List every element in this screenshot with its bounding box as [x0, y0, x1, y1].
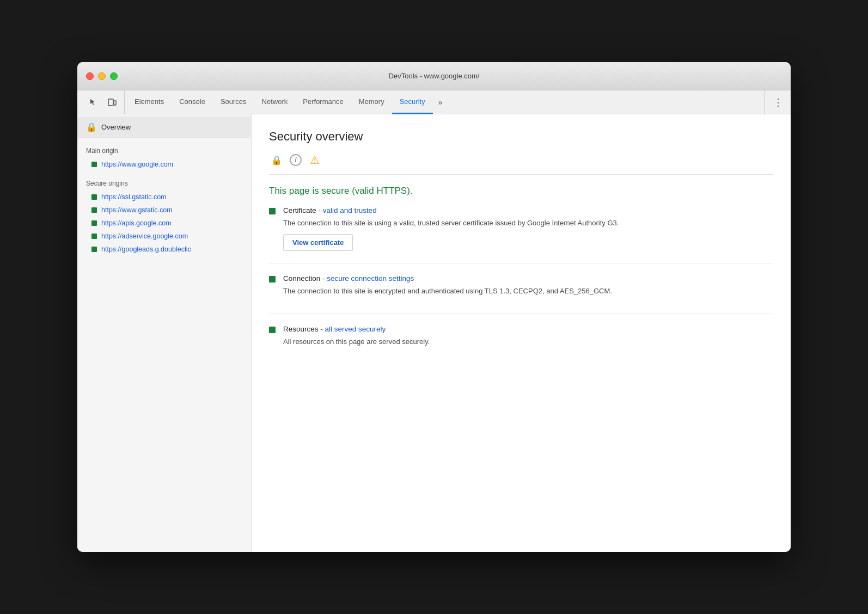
resources-description: All resources on this page are served se…: [283, 336, 773, 347]
certificate-body: Certificate - valid and trusted The conn…: [283, 206, 773, 251]
secure-origin-link-3[interactable]: https://adservice.google.com: [101, 232, 188, 240]
main-origin-scheme: https://: [101, 161, 122, 168]
view-certificate-button[interactable]: View certificate: [283, 234, 353, 251]
resources-title: Resources - all served securely: [283, 325, 773, 333]
connection-title: Connection - secure connection settings: [283, 274, 773, 283]
secure-origin-2[interactable]: https://apis.google.com: [77, 217, 251, 230]
more-tabs-button[interactable]: »: [433, 90, 448, 114]
connection-status-link[interactable]: secure connection settings: [327, 274, 414, 283]
sidebar: 🔒 Overview Main origin https://www.googl…: [77, 114, 252, 552]
info-filter-button[interactable]: i: [290, 154, 302, 166]
connection-body: Connection - secure connection settings …: [283, 274, 773, 302]
secure-origin-3[interactable]: https://adservice.google.com: [77, 230, 251, 243]
toolbar-end: ⋮: [764, 90, 791, 114]
close-button[interactable]: [86, 72, 94, 80]
certificate-indicator: [269, 208, 276, 214]
tab-security[interactable]: Security: [392, 90, 433, 114]
resources-indicator: [269, 327, 276, 333]
certificate-item: Certificate - valid and trusted The conn…: [269, 206, 773, 251]
connection-item: Connection - secure connection settings …: [269, 274, 773, 302]
secure-origin-4[interactable]: https://googleads.g.doubleclic: [77, 243, 251, 256]
minimize-button[interactable]: [98, 72, 106, 80]
toolbar-icons: [82, 90, 125, 114]
toolbar: Elements Console Sources Network Perform…: [77, 90, 791, 114]
secure-origins-title: Secure origins: [77, 171, 251, 191]
window-title: DevTools - www.google.com/: [389, 72, 480, 80]
main-area: 🔒 Overview Main origin https://www.googl…: [77, 114, 791, 552]
main-origin-title: Main origin: [77, 138, 251, 158]
sidebar-lock-icon: 🔒: [86, 122, 97, 132]
tab-list: Elements Console Sources Network Perform…: [127, 90, 448, 114]
section-divider-2: [269, 314, 773, 314]
connection-indicator: [269, 276, 276, 283]
certificate-title: Certificate - valid and trusted: [283, 206, 773, 214]
secure-headline: This page is secure (valid HTTPS).: [269, 186, 773, 197]
section-divider-1: [269, 263, 773, 263]
secure-origin-link-0[interactable]: https://ssl.gstatic.com: [101, 193, 167, 201]
secure-origin-0[interactable]: https://ssl.gstatic.com: [77, 191, 251, 204]
devtools-window: DevTools - www.google.com/ Elements Cons…: [77, 62, 791, 552]
icon-bar: 🔒 i ⚠: [269, 152, 773, 175]
content-panel: Security overview 🔒 i ⚠ This page is sec…: [252, 114, 791, 552]
lock-filter-button[interactable]: 🔒: [269, 152, 284, 168]
secure-origin-link-1[interactable]: https://www.gstatic.com: [101, 206, 173, 214]
resources-status-link[interactable]: all served securely: [325, 325, 386, 333]
origin-indicator-0: [91, 194, 97, 200]
secure-origin-link-4[interactable]: https://googleads.g.doubleclic: [101, 245, 191, 253]
origin-indicator-3: [91, 234, 97, 239]
origin-indicator-1: [91, 207, 97, 213]
cursor-icon-button[interactable]: [86, 95, 101, 110]
traffic-lights: [86, 72, 118, 80]
tab-memory[interactable]: Memory: [351, 90, 392, 114]
certificate-description: The connection to this site is using a v…: [283, 218, 773, 229]
sidebar-overview-label: Overview: [101, 123, 131, 131]
tab-sources[interactable]: Sources: [213, 90, 254, 114]
secure-origin-link-2[interactable]: https://apis.google.com: [101, 219, 172, 227]
security-overview-title: Security overview: [269, 130, 773, 144]
resources-item: Resources - all served securely All reso…: [269, 325, 773, 353]
secure-origin-1[interactable]: https://www.gstatic.com: [77, 204, 251, 217]
resources-body: Resources - all served securely All reso…: [283, 325, 773, 353]
tab-elements[interactable]: Elements: [127, 90, 172, 114]
origin-indicator-4: [91, 247, 97, 252]
svg-rect-0: [108, 99, 113, 106]
certificate-status-link[interactable]: valid and trusted: [323, 206, 377, 214]
warning-filter-button[interactable]: ⚠: [307, 152, 322, 168]
svg-rect-1: [114, 101, 116, 105]
kebab-menu-button[interactable]: ⋮: [771, 96, 784, 109]
origin-indicator-main: [91, 162, 97, 167]
maximize-button[interactable]: [110, 72, 118, 80]
device-toggle-button[interactable]: [105, 95, 120, 110]
sidebar-overview-item[interactable]: 🔒 Overview: [77, 116, 251, 138]
connection-description: The connection to this site is encrypted…: [283, 286, 773, 297]
main-origin-item[interactable]: https://www.google.com: [77, 158, 251, 171]
tab-console[interactable]: Console: [172, 90, 213, 114]
tab-network[interactable]: Network: [254, 90, 296, 114]
main-origin-host: www.google.com: [122, 161, 174, 168]
tab-performance[interactable]: Performance: [295, 90, 351, 114]
main-origin-link[interactable]: https://www.google.com: [101, 161, 173, 168]
title-bar: DevTools - www.google.com/: [77, 62, 791, 90]
origin-indicator-2: [91, 220, 97, 226]
